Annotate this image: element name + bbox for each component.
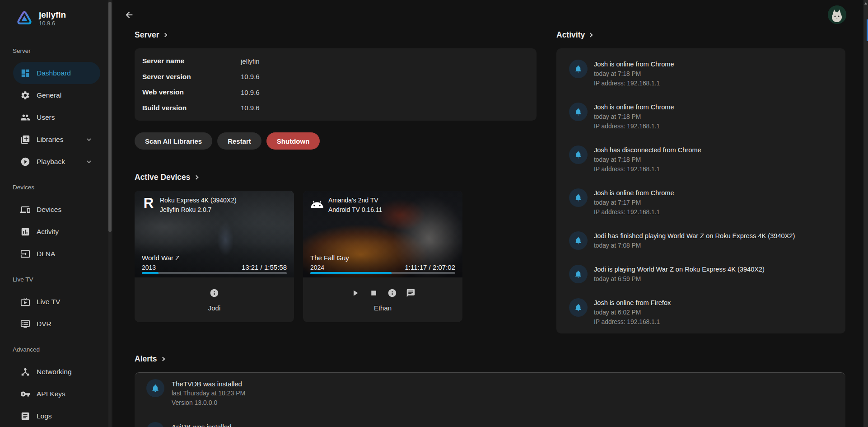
chevron-right-icon: [588, 33, 593, 38]
session-user: Ethan: [303, 304, 462, 312]
playback-time: 1:11:17 / 2:07:02: [405, 263, 455, 272]
client-name: Android TV 0.16.11: [328, 205, 382, 215]
sidebar-item-activity[interactable]: Activity: [13, 221, 100, 243]
activity-entry: Jodi is playing World War Z on Roku Expr…: [569, 265, 833, 284]
server-info-row: Server version 10.9.6: [142, 69, 529, 85]
sidebar: jellyfin 10.9.6 Server Dashboard General…: [0, 0, 112, 427]
back-button[interactable]: [124, 10, 135, 21]
app-logo: jellyfin 10.9.6: [0, 0, 112, 28]
sidebar-item-networking[interactable]: Networking: [13, 361, 100, 383]
playback-progress-fill: [142, 272, 159, 274]
chevron-right-icon: [194, 175, 198, 180]
user-avatar[interactable]: [828, 5, 846, 24]
restart-button[interactable]: Restart: [217, 132, 261, 150]
sidebar-item-general[interactable]: General: [13, 84, 100, 106]
hub-icon: [20, 367, 30, 377]
page-scrollbar[interactable]: [863, 0, 868, 427]
sidebar-scrollbar-thumb[interactable]: [108, 2, 112, 232]
sidebar-item-playback[interactable]: Playback: [13, 150, 100, 173]
sidebar-section-advanced: Advanced: [13, 346, 112, 353]
chevron-down-icon: [85, 136, 93, 144]
playback-progress-bar: [142, 272, 287, 274]
bell-avatar: [569, 265, 588, 283]
active-devices-heading[interactable]: Active Devices: [135, 172, 537, 182]
sidebar-item-users[interactable]: Users: [13, 106, 100, 128]
server-info-row: Server name jellyfin: [142, 53, 529, 69]
activity-heading[interactable]: Activity: [556, 30, 845, 40]
chevron-right-icon: [163, 33, 167, 38]
scrollbar-up-arrow-icon[interactable]: [864, 2, 867, 5]
sidebar-section-livetv: Live TV: [13, 276, 112, 283]
play-circle-icon: [20, 157, 30, 167]
playback-progress-bar: [310, 272, 455, 274]
roku-icon: R: [141, 196, 156, 211]
sidebar-item-devices[interactable]: Devices: [13, 198, 100, 221]
info-icon[interactable]: [387, 288, 397, 298]
gear-icon: [20, 90, 30, 100]
sidebar-item-dashboard[interactable]: Dashboard: [13, 62, 100, 84]
jellyfin-logo-icon: [15, 9, 33, 28]
server-info-card: Server name jellyfin Server version 10.9…: [135, 48, 537, 121]
now-playing-backdrop: R Roku Express 4K (3940X2) Jellyfin Roku…: [135, 191, 294, 277]
arrow-back-icon: [124, 10, 134, 20]
shutdown-button[interactable]: Shutdown: [266, 132, 320, 150]
device-card-android-tv[interactable]: Amanda's 2nd TV Android TV 0.16.11 The F…: [303, 191, 462, 322]
sidebar-item-api-keys[interactable]: API Keys: [13, 383, 100, 405]
bell-avatar: [569, 231, 588, 250]
scan-all-libraries-button[interactable]: Scan All Libraries: [135, 132, 212, 150]
document-icon: [20, 411, 30, 421]
sidebar-item-libraries[interactable]: Libraries: [13, 128, 100, 150]
app-version: 10.9.6: [39, 20, 66, 27]
sidebar-section-devices: Devices: [13, 183, 112, 191]
message-icon[interactable]: [406, 288, 415, 298]
sidebar-item-logs[interactable]: Logs: [13, 405, 100, 427]
cat-avatar-image: [828, 5, 846, 24]
bell-icon: [574, 303, 583, 312]
bell-icon: [574, 193, 583, 202]
chevron-down-icon: [85, 158, 93, 166]
bar-chart-icon: [20, 227, 30, 237]
activity-entry: Josh is online from Firefox today at 6:0…: [569, 298, 833, 327]
bell-icon: [574, 65, 583, 73]
activity-entry: Jodi has finished playing World War Z on…: [569, 231, 833, 250]
client-name: Jellyfin Roku 2.0.7: [160, 205, 237, 215]
devices-icon: [20, 205, 30, 215]
bell-icon: [574, 270, 583, 278]
activity-entry: Josh is online from Chrome today at 7:17…: [569, 188, 833, 217]
sidebar-item-live-tv[interactable]: Live TV: [13, 291, 100, 313]
device-name: Roku Express 4K (3940X2): [160, 196, 237, 205]
bell-avatar: [146, 422, 164, 427]
bell-avatar: [569, 188, 588, 207]
sidebar-item-dvr[interactable]: DVR: [13, 313, 100, 335]
alerts-card: TheTVDB was installed last Thursday at 1…: [135, 372, 845, 427]
bell-avatar: [569, 298, 588, 317]
main-content: Server Server name jellyfin Server versi…: [112, 0, 863, 427]
media-year: 2024: [310, 263, 349, 272]
alerts-heading[interactable]: Alerts: [135, 354, 845, 364]
play-icon[interactable]: [350, 288, 360, 298]
activity-entry: Josh is online from Chrome today at 7:18…: [569, 103, 833, 131]
bell-icon: [574, 108, 583, 116]
dvr-icon: [20, 319, 30, 329]
sidebar-scrollbar[interactable]: [108, 0, 112, 427]
bell-avatar: [569, 103, 588, 121]
activity-entry: Josh is online from Chrome today at 7:18…: [569, 60, 833, 88]
bell-icon: [151, 384, 160, 393]
chevron-right-icon: [160, 357, 165, 361]
info-icon[interactable]: [210, 288, 219, 298]
bell-icon: [574, 150, 583, 159]
bell-icon: [574, 236, 583, 245]
stop-icon[interactable]: [369, 288, 378, 298]
activity-entry: Josh has disconnected from Chrome today …: [569, 145, 833, 174]
media-title: World War Z: [142, 253, 179, 263]
dashboard-icon: [20, 68, 30, 78]
now-playing-backdrop: Amanda's 2nd TV Android TV 0.16.11 The F…: [303, 191, 462, 277]
bell-avatar: [569, 60, 588, 78]
activity-card: Josh is online from Chrome today at 7:18…: [556, 48, 845, 333]
device-card-roku[interactable]: R Roku Express 4K (3940X2) Jellyfin Roku…: [135, 191, 294, 322]
server-section-heading[interactable]: Server: [135, 30, 537, 40]
session-user: Jodi: [135, 304, 294, 312]
playback-progress-fill: [310, 272, 392, 274]
library-add-icon: [20, 135, 30, 145]
sidebar-item-dlna[interactable]: DLNA: [13, 243, 100, 265]
